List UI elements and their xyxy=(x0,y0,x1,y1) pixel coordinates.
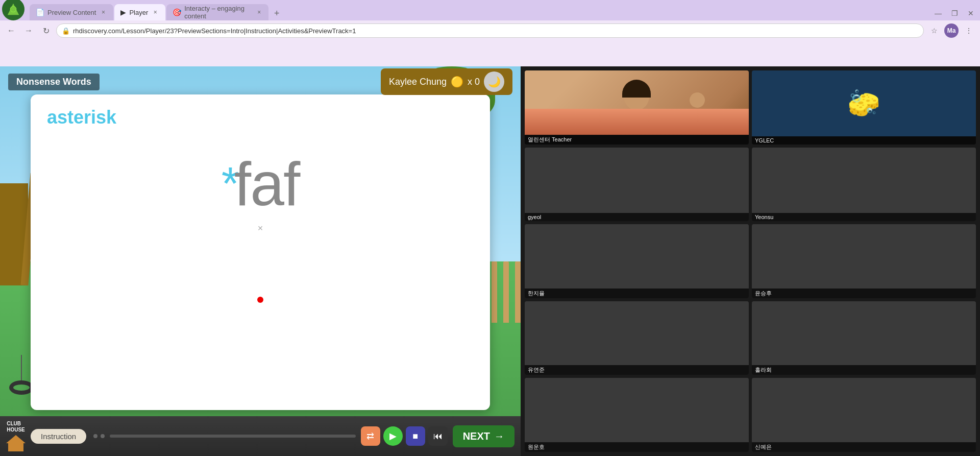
browser-logo xyxy=(2,0,24,20)
tab-preview-close[interactable]: × xyxy=(99,8,107,16)
participant-tile-yglec: 🧽 YGLEC xyxy=(752,70,976,145)
lesson-header: Nonsense Words Kaylee Chung 🟡 x 0 🌙 xyxy=(0,66,521,97)
play-icon: ▶ xyxy=(389,430,397,442)
dot-2 xyxy=(101,434,105,438)
spongebob-avatar: 🧽 xyxy=(847,90,880,116)
lesson-player: Nonsense Words Kaylee Chung 🟡 x 0 🌙 aste… xyxy=(0,66,521,456)
svg-marker-0 xyxy=(8,4,19,15)
dot-indicators xyxy=(93,434,105,438)
instruction-pill[interactable]: Instruction xyxy=(31,429,86,444)
tab-player-close[interactable]: × xyxy=(151,8,159,16)
yoonseunghu-video xyxy=(752,224,976,289)
refresh-button[interactable]: ↻ xyxy=(39,23,53,38)
forward-button[interactable]: → xyxy=(21,23,36,38)
next-label: NEXT xyxy=(463,430,490,442)
participant-tile-sinyeun: 신예은 xyxy=(752,378,976,452)
yoonseunghu-empty-bg xyxy=(752,224,976,289)
word-label: asterisk xyxy=(47,107,474,128)
word-characters: faf xyxy=(234,149,299,219)
wonunho-video xyxy=(525,378,749,442)
gyeol-video xyxy=(525,148,749,213)
tab-preview-icon: 📄 xyxy=(36,8,44,16)
shuffle-icon: ⇄ xyxy=(366,430,374,442)
coin-count: x 0 xyxy=(468,77,480,87)
tab-player[interactable]: ▶ Player × xyxy=(114,4,165,20)
hanjiyool-video xyxy=(525,224,749,289)
stop-button[interactable]: ■ xyxy=(406,426,425,446)
new-tab-button[interactable]: + xyxy=(270,6,284,20)
participants-panel: 열린센터 Teacher 🧽 YGLEC gyeol Yeonsu xyxy=(521,66,980,456)
wooden-structure xyxy=(0,183,28,285)
bookmark-button[interactable]: ☆ xyxy=(927,23,941,38)
tab-interacty-close[interactable]: × xyxy=(256,8,262,16)
cursor-indicator xyxy=(257,297,263,303)
player-name: Kaylee Chung xyxy=(389,77,447,87)
teacher-video xyxy=(525,70,749,135)
hanjiyool-name: 한지율 xyxy=(525,289,749,298)
yglec-name: YGLEC xyxy=(752,136,976,145)
yeonsu-name: Yeonsu xyxy=(752,213,976,221)
wonunho-empty-bg xyxy=(525,378,749,442)
participant-tile-wonunho: 원운호 xyxy=(525,378,749,452)
tire-swing xyxy=(9,355,34,395)
main-card: asterisk * faf × xyxy=(31,94,490,410)
gyeol-empty-bg xyxy=(525,148,749,213)
tabs-bar: 📄 Preview Content × ▶ Player × 🎯 Interac… xyxy=(0,0,980,20)
dot-1 xyxy=(93,434,97,438)
profile-button[interactable]: Ma xyxy=(944,23,959,38)
player-info-badge: Kaylee Chung 🟡 x 0 🌙 xyxy=(381,68,512,95)
teacher-name: 열린센터 Teacher xyxy=(525,135,749,145)
browser-chrome: 📄 Preview Content × ▶ Player × 🎯 Interac… xyxy=(0,0,980,66)
word-display: * faf xyxy=(47,149,474,219)
address-bar[interactable]: 🔒 rhdiscovery.com/Lesson/Player/23?Previ… xyxy=(56,23,924,38)
window-controls: — ❐ ✕ xyxy=(931,6,978,20)
tab-interacty-label: Interacty – engaging content xyxy=(184,5,253,20)
lesson-title: Nonsense Words xyxy=(8,74,100,90)
yuyeunjun-video xyxy=(525,301,749,366)
address-text: rhdiscovery.com/Lesson/Player/23?Preview… xyxy=(73,27,918,35)
maximize-button[interactable]: ❐ xyxy=(947,6,962,20)
close-window-button[interactable]: ✕ xyxy=(964,6,978,20)
participant-tile-hanjiyool: 한지율 xyxy=(525,224,749,298)
next-arrow: → xyxy=(494,430,504,442)
back-button[interactable]: ← xyxy=(4,23,18,38)
menu-button[interactable]: ⋮ xyxy=(962,23,976,38)
hanjiyool-empty-bg xyxy=(525,224,749,289)
yoonseunghu-name: 윤승후 xyxy=(752,289,976,298)
tab-preview[interactable]: 📄 Preview Content × xyxy=(30,4,113,20)
participant-tile-teacher: 열린센터 Teacher xyxy=(525,70,749,145)
stop-icon: ■ xyxy=(412,431,418,442)
yglec-video: 🧽 xyxy=(752,70,976,136)
tab-interacty[interactable]: 🎯 Interacty – engaging content × xyxy=(166,4,268,20)
hwolahoe-name: 홀라회 xyxy=(752,365,976,375)
participant-tile-yoonseunghu: 윤승후 xyxy=(752,224,976,298)
yeonsu-empty-bg xyxy=(752,148,976,213)
coin-icon: 🟡 xyxy=(451,76,463,88)
skip-back-icon: ⏮ xyxy=(433,431,443,442)
minimize-button[interactable]: — xyxy=(931,6,945,20)
tab-preview-label: Preview Content xyxy=(47,9,96,16)
participant-tile-yeonsu: Yeonsu xyxy=(752,148,976,222)
participant-tile-hwolahoe: 홀라회 xyxy=(752,301,976,375)
next-button[interactable]: NEXT → xyxy=(453,425,514,447)
participant-tile-yuyeunjun: 유연준 xyxy=(525,301,749,375)
yuyeunjun-name: 유연준 xyxy=(525,365,749,375)
tab-interacty-icon: 🎯 xyxy=(173,8,181,16)
control-buttons: ⇄ ▶ ■ ⏮ xyxy=(361,426,448,446)
yeonsu-video xyxy=(752,148,976,213)
shuffle-button[interactable]: ⇄ xyxy=(361,426,380,446)
sinyeun-video xyxy=(752,378,976,442)
main-area: Nonsense Words Kaylee Chung 🟡 x 0 🌙 aste… xyxy=(0,66,980,456)
skip-back-button[interactable]: ⏮ xyxy=(428,426,448,446)
play-button[interactable]: ▶ xyxy=(383,426,403,446)
wonunho-name: 원운호 xyxy=(525,442,749,452)
participant-tile-gyeol: gyeol xyxy=(525,148,749,222)
yuyeunjun-empty-bg xyxy=(525,301,749,366)
tab-player-label: Player xyxy=(129,9,148,16)
hwolahoe-empty-bg xyxy=(752,301,976,366)
hwolahoe-video xyxy=(752,301,976,366)
control-bar: CLUBHOUSE Instruction ⇄ xyxy=(0,416,521,456)
clubhouse-button[interactable]: CLUBHOUSE xyxy=(6,421,26,451)
x-mark: × xyxy=(47,223,474,234)
instruction-label: Instruction xyxy=(41,432,76,441)
